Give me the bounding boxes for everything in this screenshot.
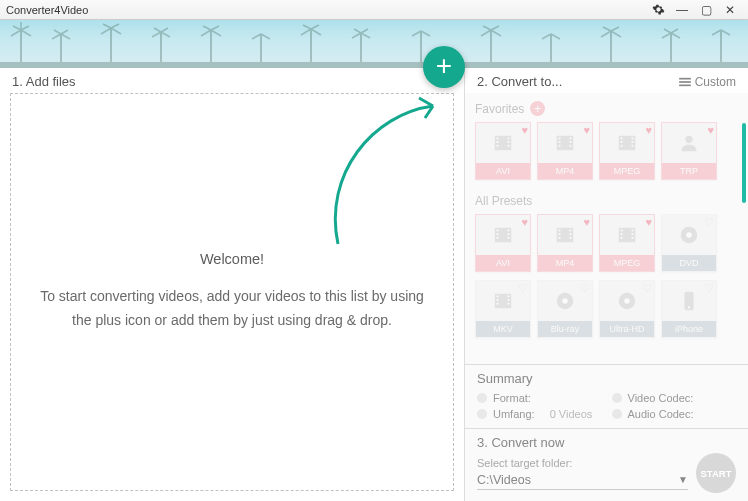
chevron-down-icon: ▼ <box>678 474 688 485</box>
heart-icon: ♥ <box>521 124 528 136</box>
svg-rect-14 <box>720 30 722 64</box>
target-folder-select[interactable]: C:\Videos ▼ <box>477 471 688 490</box>
preset-avi[interactable]: ♥AVI <box>475 122 531 180</box>
dropzone[interactable]: Welcome! To start converting videos, add… <box>10 93 454 491</box>
preset-label: MP4 <box>538 163 592 179</box>
heart-icon: ♥ <box>521 216 528 228</box>
custom-label: Custom <box>695 75 736 89</box>
convert-to-title: 2. Convert to... <box>477 74 562 89</box>
heart-icon: ♡ <box>580 282 590 295</box>
preset-label: MPEG <box>600 163 654 179</box>
preset-label: DVD <box>662 255 716 271</box>
preset-label: AVI <box>476 163 530 179</box>
svg-rect-5 <box>210 30 212 64</box>
svg-rect-12 <box>610 31 612 64</box>
preset-mpeg[interactable]: ♥MPEG <box>599 122 655 180</box>
preset-label: MP4 <box>538 255 592 271</box>
minimize-button[interactable]: — <box>670 0 694 20</box>
preset-label: MPEG <box>600 255 654 271</box>
summary-umfang-value: 0 Videos <box>550 408 593 420</box>
favorites-label: Favorites <box>475 102 524 116</box>
titlebar: Converter4Video — ▢ ✕ <box>0 0 748 20</box>
preset-trp[interactable]: ♥TRP <box>661 122 717 180</box>
summary-audio-codec-label: Audio Codec: <box>628 408 694 420</box>
all-presets-label: All Presets <box>475 194 532 208</box>
svg-rect-10 <box>490 30 492 64</box>
convert-panel: 3. Convert now Select target folder: C:\… <box>465 428 748 501</box>
svg-rect-9 <box>420 31 422 64</box>
maximize-button[interactable]: ▢ <box>694 0 718 20</box>
svg-rect-3 <box>110 28 112 64</box>
svg-rect-17 <box>679 84 691 86</box>
preset-label: AVI <box>476 255 530 271</box>
preset-label: Ultra-HD <box>600 321 654 337</box>
svg-rect-11 <box>550 34 552 64</box>
custom-preset-button[interactable]: Custom <box>679 75 736 89</box>
preset-label: MKV <box>476 321 530 337</box>
close-button[interactable]: ✕ <box>718 0 742 20</box>
preset-mp4[interactable]: ♥MP4 <box>537 122 593 180</box>
preset-ultrahd[interactable]: ♡Ultra-HD <box>599 280 655 338</box>
add-files-fab[interactable]: + <box>423 46 465 88</box>
target-folder-value: C:\Videos <box>477 473 531 487</box>
heart-icon: ♡ <box>704 216 714 229</box>
summary-panel: Summary Format: Video Codec: Umfang: 0 V… <box>465 364 748 428</box>
preset-dvd[interactable]: ♡DVD <box>661 214 717 272</box>
preset-iphone[interactable]: ♡iPhone <box>661 280 717 338</box>
welcome-text: Welcome! <box>200 251 264 267</box>
svg-rect-4 <box>160 32 162 64</box>
start-label: START <box>701 468 732 479</box>
settings-button[interactable] <box>646 0 670 20</box>
summary-video-codec-label: Video Codec: <box>628 392 694 404</box>
preset-mkv[interactable]: ♡MKV <box>475 280 531 338</box>
heart-icon: ♡ <box>518 282 528 295</box>
header-banner: + <box>0 20 748 68</box>
hint-arrow <box>303 94 453 254</box>
heart-icon: ♥ <box>583 216 590 228</box>
summary-umfang-label: Umfang: <box>493 408 535 420</box>
preset-label: Blu-ray <box>538 321 592 337</box>
svg-rect-2 <box>60 34 62 64</box>
add-files-title: 1. Add files <box>12 74 76 89</box>
summary-format-label: Format: <box>493 392 531 404</box>
svg-rect-6 <box>260 34 262 64</box>
svg-rect-13 <box>670 33 672 64</box>
add-favorite-button[interactable]: + <box>530 101 545 116</box>
start-button[interactable]: START <box>696 453 736 493</box>
plus-icon: + <box>436 52 452 80</box>
preset-label: iPhone <box>662 321 716 337</box>
heart-icon: ♥ <box>583 124 590 136</box>
hint-text: To start converting videos, add your vid… <box>31 285 433 333</box>
preset-bluray[interactable]: ♡Blu-ray <box>537 280 593 338</box>
svg-rect-15 <box>679 77 691 79</box>
preset-mp4[interactable]: ♥MP4 <box>537 214 593 272</box>
svg-rect-8 <box>360 33 362 64</box>
heart-icon: ♥ <box>645 124 652 136</box>
preset-avi[interactable]: ♥AVI <box>475 214 531 272</box>
svg-rect-7 <box>310 29 312 64</box>
scrollbar[interactable] <box>742 123 746 203</box>
preset-label: TRP <box>662 163 716 179</box>
add-files-head: 1. Add files <box>10 68 454 93</box>
app-title: Converter4Video <box>6 4 88 16</box>
heart-icon: ♥ <box>707 124 714 136</box>
heart-icon: ♡ <box>642 282 652 295</box>
summary-title: Summary <box>477 371 736 386</box>
convert-title: 3. Convert now <box>477 435 736 450</box>
heart-icon: ♡ <box>704 282 714 295</box>
svg-rect-1 <box>20 30 22 64</box>
target-folder-label: Select target folder: <box>477 457 688 469</box>
preset-mpeg[interactable]: ♥MPEG <box>599 214 655 272</box>
heart-icon: ♥ <box>645 216 652 228</box>
svg-rect-16 <box>679 81 691 83</box>
